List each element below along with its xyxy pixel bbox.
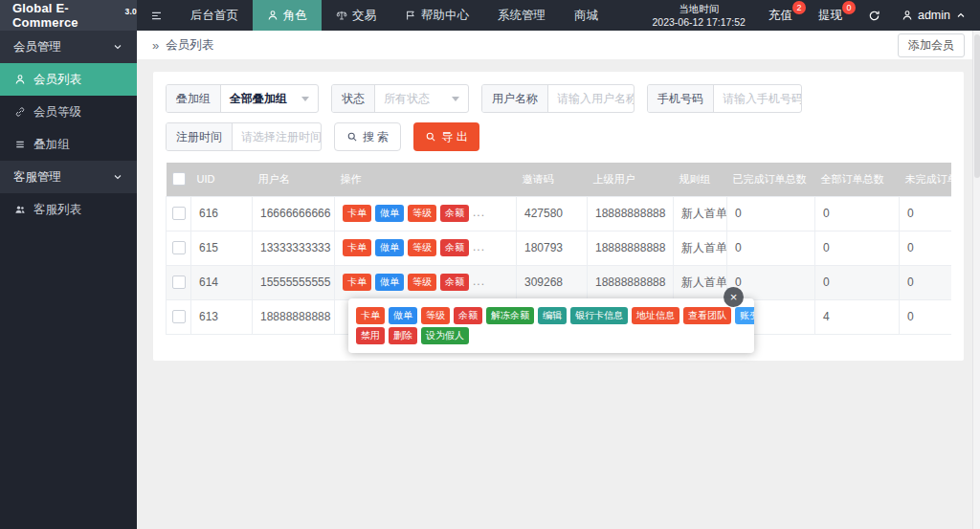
filter-select[interactable]: 叠加组全部叠加组: [166, 84, 319, 113]
total-orders-cell: 0: [815, 196, 900, 231]
username-cell: 13333333333: [253, 231, 335, 265]
user-menu[interactable]: admin: [902, 9, 967, 22]
row-checkbox[interactable]: [172, 276, 186, 289]
action-button[interactable]: 等级: [408, 274, 436, 291]
action-button[interactable]: 卡单: [343, 274, 371, 291]
row-actions-popup: 卡单做单等级余额解冻余额编辑银行卡信息地址信息查看团队账变禁用删除设为假人: [348, 298, 754, 353]
select-all-checkbox[interactable]: [172, 172, 186, 186]
local-time: 当地时间 2023-06-12 17:17:52: [652, 2, 746, 29]
action-button[interactable]: 余额: [440, 274, 469, 291]
nav-item[interactable]: 交易: [322, 0, 390, 31]
recharge-link[interactable]: 充值 2: [768, 8, 792, 24]
action-button[interactable]: 余额: [440, 205, 469, 222]
row-checkbox[interactable]: [172, 310, 186, 323]
sidebar-group-header[interactable]: 会员管理: [0, 31, 137, 63]
parent-user-cell: 18888888888: [588, 265, 674, 299]
action-button[interactable]: 做单: [375, 239, 404, 256]
action-button[interactable]: 删除: [389, 327, 417, 344]
invite-code-cell: 180793: [517, 231, 588, 265]
action-button[interactable]: 地址信息: [632, 307, 679, 324]
sidebar-item[interactable]: 会员等级: [0, 96, 137, 128]
withdraw-label: 提现: [818, 9, 842, 22]
chevron-down-icon: [112, 171, 123, 183]
filter-select-value[interactable]: 所有状态: [375, 85, 468, 112]
action-button[interactable]: 卡单: [343, 239, 371, 256]
breadcrumb-bar: » 会员列表 添加会员: [137, 31, 980, 59]
username-cell: 16666666666: [253, 196, 335, 231]
flag-icon: [405, 10, 416, 21]
add-member-button[interactable]: 添加会员: [898, 33, 965, 57]
action-button[interactable]: 做单: [375, 205, 404, 222]
top-nav: 后台首页角色交易帮助中心系统管理商城: [176, 0, 612, 31]
action-button[interactable]: 做单: [389, 307, 417, 324]
invite-code-cell: 427580: [517, 196, 588, 231]
filter-select-value[interactable]: 全部叠加组: [221, 85, 318, 112]
action-button[interactable]: 设为假人: [421, 327, 469, 344]
action-button[interactable]: 编辑: [538, 307, 567, 324]
action-button[interactable]: 等级: [421, 307, 450, 324]
register-time-input[interactable]: 请选择注册时间: [233, 123, 322, 150]
filter-input[interactable]: 手机号码请输入手机号码: [647, 84, 802, 113]
row-checkbox[interactable]: [172, 207, 186, 220]
action-button[interactable]: 银行卡信息: [570, 307, 628, 324]
export-button-label: 导 出: [441, 129, 467, 145]
action-button[interactable]: 等级: [408, 205, 436, 222]
nav-item[interactable]: 角色: [253, 0, 322, 31]
filter-input-value[interactable]: 请输入手机号码: [714, 85, 802, 112]
filter-input[interactable]: 用户名称请输入用户名称: [481, 84, 635, 113]
popup-actions-line: 卡单做单等级余额解冻余额编辑银行卡信息地址信息查看团队账变: [356, 307, 746, 324]
users-icon: [14, 204, 26, 215]
nav-item[interactable]: 商城: [560, 0, 612, 31]
row-checkbox[interactable]: [172, 241, 186, 254]
register-time-filter[interactable]: 注册时间 请选择注册时间: [166, 122, 322, 151]
withdraw-link[interactable]: 提现 0: [818, 8, 842, 24]
sidebar-item[interactable]: 客服列表: [0, 193, 137, 226]
action-button[interactable]: 等级: [408, 239, 436, 256]
column-header: 邀请码: [517, 163, 588, 196]
chevron-down-icon: [452, 97, 459, 101]
sidebar-item-label: 叠加组: [33, 137, 70, 153]
row-checkbox-cell: [167, 231, 191, 265]
app-root: Global E-Commerce3.0 后台首页角色交易帮助中心系统管理商城 …: [0, 0, 980, 529]
action-button[interactable]: 账变: [735, 307, 754, 324]
nav-item[interactable]: 帮助中心: [390, 0, 483, 31]
action-button[interactable]: 卡单: [356, 307, 385, 324]
export-button[interactable]: 导 出: [413, 122, 479, 151]
username-cell: 15555555555: [253, 265, 335, 299]
more-actions[interactable]: ...: [473, 206, 485, 219]
search-button[interactable]: 搜 索: [334, 122, 401, 151]
more-actions[interactable]: ...: [473, 240, 485, 253]
action-button[interactable]: 做单: [375, 274, 404, 291]
scrollbar-thumb[interactable]: [974, 34, 980, 178]
sidebar-group-header[interactable]: 客服管理: [0, 161, 137, 193]
column-header: 已完成订单总数: [727, 163, 815, 196]
nav-item-label: 帮助中心: [421, 8, 469, 24]
action-button[interactable]: 查看团队: [683, 307, 731, 324]
column-header: 规则组: [674, 163, 727, 196]
nav-item[interactable]: 后台首页: [176, 0, 253, 31]
top-bar: Global E-Commerce3.0 后台首页角色交易帮助中心系统管理商城 …: [0, 0, 980, 31]
filter-label: 用户名称: [482, 85, 548, 112]
action-button[interactable]: 余额: [440, 239, 469, 256]
filter-label: 状态: [332, 85, 375, 112]
action-button[interactable]: 余额: [454, 307, 482, 324]
vertical-scrollbar[interactable]: [972, 31, 980, 529]
filter-input-value[interactable]: 请输入用户名称: [548, 85, 635, 112]
action-button[interactable]: 卡单: [343, 205, 371, 222]
main-area: » 会员列表 添加会员 叠加组全部叠加组状态所有状态用户名称请输入用户名称手机号…: [137, 31, 980, 529]
sidebar-item[interactable]: 叠加组: [0, 128, 137, 161]
row-checkbox-cell: [167, 265, 191, 299]
refresh-icon[interactable]: [868, 10, 880, 22]
popup-close-button[interactable]: ×: [724, 287, 744, 307]
rule-group-cell: 新人首单: [674, 196, 727, 231]
more-actions[interactable]: ...: [473, 275, 485, 288]
nav-item[interactable]: 系统管理: [483, 0, 560, 31]
register-time-label: 注册时间: [167, 123, 233, 150]
action-button[interactable]: 禁用: [356, 327, 385, 344]
filter-select[interactable]: 状态所有状态: [331, 84, 469, 113]
parent-user-cell: 18888888888: [588, 231, 674, 265]
sidebar-item[interactable]: 会员列表: [0, 63, 137, 96]
recharge-label: 充值: [768, 9, 792, 22]
action-button[interactable]: 解冻余额: [486, 307, 534, 324]
menu-fold-icon[interactable]: [137, 0, 176, 31]
